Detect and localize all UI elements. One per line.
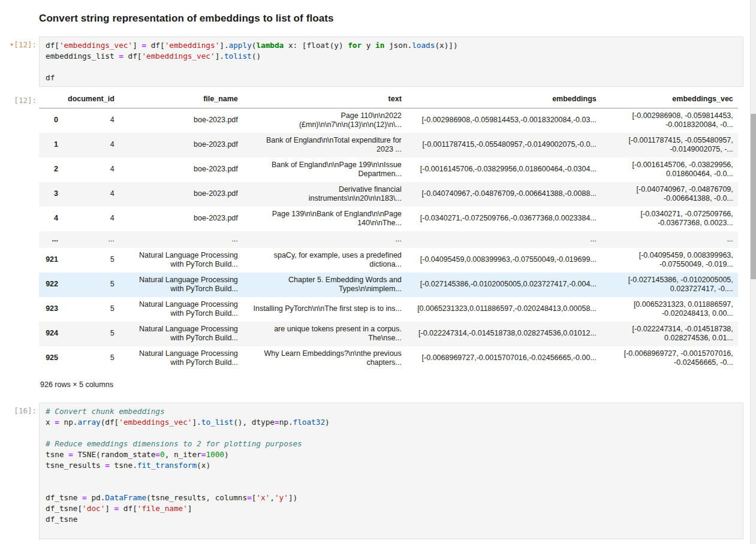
table-row: 24boe-2023.pdfBank of England\n\nPage 19… (39, 158, 738, 182)
notebook: Convert string representation of embeddi… (0, 13, 751, 544)
row-index: 923 (39, 297, 63, 322)
table-cell: Bank of England\n\nPage 199\n\nIssue Dep… (243, 158, 406, 182)
row-index: 924 (39, 322, 63, 346)
table-cell: Page 139\n\nBank of England\n\nPage 140\… (243, 207, 406, 231)
table-cell: ... (63, 231, 119, 248)
column-header-text: text (243, 92, 406, 108)
table-cell: [-0.002986908,-0.059814453,-0.0018320084… (406, 108, 601, 133)
table-cell: 4 (63, 108, 119, 133)
table-row: 9215Natural Language Processing with PyT… (39, 248, 738, 273)
table-cell: boe-2023.pdf (119, 182, 243, 207)
table-cell: Natural Language Processing with PyTorch… (119, 346, 243, 371)
table-cell: [-0.04095459, 0.008399963, -0.07550049, … (601, 248, 738, 273)
table-cell: [-0.0340271, -0.072509766, -0.03677368, … (601, 207, 738, 231)
dataframe-table: document_idfile_nametextembeddingsembedd… (39, 92, 738, 371)
table-cell: [-0.0011787415,-0.055480957,-0.014900207… (406, 133, 601, 158)
table-cell: Natural Language Processing with PyTorch… (119, 322, 243, 346)
table-cell: [-0.0011787415, -0.055480957, -0.0149002… (601, 133, 738, 158)
table-cell: boe-2023.pdf (119, 133, 243, 158)
table-row: .................. (39, 231, 738, 248)
code-content-2: # Convert chunk embeddings x = np.array(… (40, 403, 743, 539)
row-index: 925 (39, 346, 63, 371)
markdown-cell[interactable]: Convert string representation of embeddi… (39, 13, 751, 25)
table-cell: 5 (63, 346, 119, 371)
table-summary: 926 rows × 5 columns (40, 380, 751, 389)
table-cell: Page 110\n\n2022 (£mn)\n\n7\n\n(13)\n\n(… (243, 108, 406, 133)
row-index: ... (39, 231, 63, 248)
table-cell: boe-2023.pdf (119, 108, 243, 133)
index-column-header (39, 92, 63, 108)
table-cell: spaCy, for example, uses a predefined di… (243, 248, 406, 273)
section-heading: Convert string representation of embeddi… (39, 13, 751, 25)
table-cell: 4 (63, 207, 119, 231)
code-cell-2: [16]: # Convert chunk embeddings x = np.… (0, 403, 751, 539)
column-header-embeddings: embeddings (406, 92, 601, 108)
table-cell: [-0.0016145706, -0.03829956, 0.018600464… (601, 158, 738, 182)
scrollbar-track[interactable] (750, 0, 756, 544)
table-cell: [-0.002986908, -0.059814453, -0.00183200… (601, 108, 738, 133)
table-row: 9235Natural Language Processing with PyT… (39, 297, 738, 322)
table-cell: ... (406, 231, 601, 248)
table-cell: [-0.022247314,-0.014518738,0.028274536,0… (406, 322, 601, 346)
table-cell: ... (119, 231, 243, 248)
code-editor-1[interactable]: df['embeddings_vec'] = df['embeddings'].… (39, 37, 743, 87)
row-index: 922 (39, 273, 63, 297)
table-cell: are unique tokens present in a corpus. T… (243, 322, 406, 346)
row-index: 3 (39, 182, 63, 207)
table-cell: [-0.022247314, -0.014518738, 0.028274536… (601, 322, 738, 346)
table-cell: 4 (63, 133, 119, 158)
table-row: 9255Natural Language Processing with PyT… (39, 346, 738, 371)
input-prompt-1: •[12]: (0, 37, 39, 49)
dataframe-output: document_idfile_nametextembeddingsembedd… (39, 92, 751, 389)
table-cell: [-0.0068969727,-0.0015707016,-0.02456665… (406, 346, 601, 371)
table-cell: [-0.027145386, -0.0102005005, 0.02372741… (601, 273, 738, 297)
row-index: 2 (39, 158, 63, 182)
table-cell: Natural Language Processing with PyTorch… (119, 297, 243, 322)
table-cell: boe-2023.pdf (119, 158, 243, 182)
table-cell: [-0.04095459,0.008399963,-0.07550049,-0.… (406, 248, 601, 273)
table-cell: [-0.0016145706,-0.03829956,0.018600464,-… (406, 158, 601, 182)
table-cell: Installing PyTorch\n\nThe first step is … (243, 297, 406, 322)
code-content-1: df['embeddings_vec'] = df['embeddings'].… (40, 37, 743, 86)
table-cell: [0.0065231323, 0.011886597, -0.020248413… (601, 297, 738, 322)
table-cell: ... (601, 231, 738, 248)
table-cell: 5 (63, 322, 119, 346)
row-index: 0 (39, 108, 63, 133)
scrollbar-thumb[interactable] (751, 114, 756, 279)
table-cell: boe-2023.pdf (119, 207, 243, 231)
row-index: 1 (39, 133, 63, 158)
table-header-row: document_idfile_nametextembeddingsembedd… (39, 92, 738, 108)
row-index: 921 (39, 248, 63, 273)
table-row: 34boe-2023.pdfDerivative financial instr… (39, 182, 738, 207)
table-row: 04boe-2023.pdfPage 110\n\n2022 (£mn)\n\n… (39, 108, 738, 133)
table-cell: [-0.040740967, -0.04876709, -0.006641388… (601, 182, 738, 207)
table-cell: [-0.027145386,-0.0102005005,0.023727417,… (406, 273, 601, 297)
table-cell: 5 (63, 248, 119, 273)
table-cell: 4 (63, 182, 119, 207)
input-prompt-2: [16]: (0, 403, 39, 415)
output-prompt: [12]: (0, 92, 39, 105)
table-cell: 5 (63, 273, 119, 297)
table-cell: [0.0065231323,0.011886597,-0.020248413,0… (406, 297, 601, 322)
column-header-embeddings_vec: embeddings_vec (601, 92, 738, 108)
code-cell-1: •[12]: df['embeddings_vec'] = df['embedd… (0, 37, 751, 87)
code-editor-2[interactable]: # Convert chunk embeddings x = np.array(… (39, 403, 743, 539)
table-cell: Natural Language Processing with PyTorch… (119, 273, 243, 297)
table-cell: Natural Language Processing with PyTorch… (119, 248, 243, 273)
row-index: 4 (39, 207, 63, 231)
table-cell: Bank of England\n\nTotal expenditure for… (243, 133, 406, 158)
table-cell: [-0.0340271,-0.072509766,-0.03677368,0.0… (406, 207, 601, 231)
table-cell: 5 (63, 297, 119, 322)
column-header-document_id: document_id (63, 92, 119, 108)
column-header-file_name: file_name (119, 92, 243, 108)
table-cell: 4 (63, 158, 119, 182)
table-cell: Why Learn Embeddings?\n\nthe previous ch… (243, 346, 406, 371)
table-cell: Derivative financial instruments\n\n20\n… (243, 182, 406, 207)
table-row: 9225Natural Language Processing with PyT… (39, 273, 738, 297)
table-row: 9245Natural Language Processing with PyT… (39, 322, 738, 346)
table-cell: Chapter 5. Embedding Words and Types\n\n… (243, 273, 406, 297)
table-row: 14boe-2023.pdfBank of England\n\nTotal e… (39, 133, 738, 158)
output-area: [12]: document_idfile_nametextembeddings… (0, 92, 751, 389)
table-cell: [-0.040740967,-0.04876709,-0.006641388,-… (406, 182, 601, 207)
table-cell: [-0.0068969727, -0.0015707016, -0.024566… (601, 346, 738, 371)
